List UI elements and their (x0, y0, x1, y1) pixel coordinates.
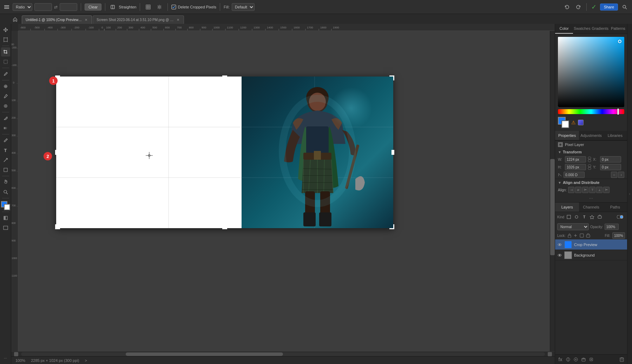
lock-position-icon[interactable] (568, 233, 571, 238)
crop-handle-rc[interactable] (391, 150, 394, 155)
layer-eye-crop[interactable] (557, 242, 562, 247)
search-icon[interactable] (620, 2, 629, 12)
align-center-v-btn[interactable]: ⊥ (596, 187, 603, 193)
align-right-btn[interactable]: ⊢ (582, 187, 588, 193)
tool-artboard[interactable] (1, 35, 10, 44)
tool-quick-mask[interactable] (1, 213, 10, 223)
color-spectrum-container[interactable] (558, 37, 624, 114)
add-mask-btn[interactable] (565, 356, 571, 363)
gamut-warning-icon[interactable]: ⚠ (571, 120, 576, 125)
blend-mode-select[interactable]: Normal (557, 223, 589, 230)
tool-eyedropper[interactable] (1, 70, 10, 79)
new-layer-btn[interactable] (588, 356, 594, 363)
layer-background[interactable]: Background (555, 250, 627, 260)
background-swatch[interactable] (561, 120, 569, 128)
crop-handle-tr[interactable] (389, 75, 394, 80)
flip-v-btn[interactable]: ↕ (618, 172, 624, 178)
color-mode-icon[interactable] (578, 120, 584, 125)
scroll-right-btn[interactable] (548, 352, 552, 356)
undo-icon[interactable] (562, 2, 572, 12)
w-input[interactable] (565, 156, 586, 163)
layer-eye-bg[interactable] (557, 253, 562, 258)
share-button[interactable]: Share (600, 4, 618, 11)
tool-screen-mode[interactable] (1, 223, 10, 232)
tab-swatches[interactable]: Swatches (573, 24, 591, 34)
layers-tab-paths[interactable]: Paths (603, 203, 627, 212)
tool-eraser[interactable] (1, 114, 10, 123)
delete-cropped-checkbox[interactable]: Delete Cropped Pixels (171, 5, 216, 9)
filter-smart-btn[interactable] (597, 214, 603, 220)
canvas-main[interactable]: 1 2 (18, 31, 555, 351)
tool-zoom[interactable] (1, 187, 10, 197)
layer-crop-preview[interactable]: Crop Preview (555, 239, 627, 250)
fg-bg-swatch-container[interactable] (558, 117, 569, 128)
crop-handle-lc[interactable] (55, 150, 58, 155)
color-hue-slider[interactable] (558, 109, 624, 114)
scrollbar-thumb-h[interactable] (126, 352, 283, 356)
lock-artboard-icon[interactable] (573, 233, 578, 238)
home-icon[interactable] (11, 15, 20, 24)
add-adjustment-btn[interactable] (573, 356, 579, 363)
tool-brush[interactable] (1, 92, 10, 101)
tool-select[interactable] (1, 57, 10, 66)
tool-clone[interactable] (1, 101, 10, 111)
redo-icon[interactable] (574, 2, 583, 12)
scrollbar-horizontal[interactable] (21, 352, 545, 356)
right-panel-collapse[interactable]: › (627, 24, 632, 364)
lock-all-icon[interactable] (586, 233, 590, 238)
tool-more[interactable]: ··· (1, 353, 10, 363)
align-more[interactable]: ··· (555, 194, 627, 202)
color-spectrum[interactable] (558, 37, 624, 107)
tab-gradients[interactable]: Gradients (591, 24, 609, 34)
tool-type[interactable]: T (1, 146, 10, 155)
layers-tab-channels[interactable]: Channels (579, 203, 603, 212)
align-left-btn[interactable]: ⊣ (568, 187, 574, 193)
flip-h-btn[interactable]: ↔ (611, 172, 617, 178)
filter-type-btn[interactable]: T (581, 214, 587, 220)
toggle-filter-btn[interactable] (615, 214, 625, 220)
tool-gradient[interactable] (1, 124, 10, 133)
swap-icon[interactable]: ⇄ (54, 5, 58, 9)
tool-shapes[interactable] (1, 165, 10, 174)
crop-handle-bl[interactable] (55, 224, 60, 229)
tab-untitled-close[interactable]: ✕ (84, 18, 88, 22)
x-input[interactable] (600, 156, 621, 163)
settings-icon[interactable] (155, 2, 164, 12)
new-group-btn[interactable] (580, 356, 587, 363)
tab-untitled[interactable]: Untitled-1 @ 100% (Crop Preview, RGB/8) … (22, 15, 92, 24)
status-arrow[interactable]: > (85, 358, 87, 363)
tool-path-select[interactable] (1, 155, 10, 165)
fill-select[interactable]: Default (232, 3, 255, 11)
tab-color[interactable]: Color (555, 24, 573, 34)
crop-handle-br[interactable] (389, 224, 394, 229)
filter-adjustment-btn[interactable] (573, 214, 580, 220)
angle-input[interactable] (564, 172, 585, 178)
h-input[interactable] (565, 164, 586, 170)
straighten-icon[interactable] (109, 2, 117, 12)
tab-adjustments[interactable]: Adjustments (579, 131, 603, 140)
height-input[interactable] (60, 3, 77, 11)
tab-screenshot-close[interactable]: ✕ (176, 18, 180, 22)
tab-properties[interactable]: Properties (555, 131, 579, 140)
filter-pixel-btn[interactable] (566, 214, 572, 220)
tab-screenshot[interactable]: Screen Shot 2023-06-14 at 3.51.10 PM.png… (93, 15, 184, 24)
tool-options-icon[interactable] (3, 3, 11, 11)
commit-button[interactable]: ✓ (590, 3, 598, 11)
add-layer-style-btn[interactable]: fx (557, 356, 564, 363)
tool-crop[interactable] (1, 47, 10, 57)
crop-handle-tc[interactable] (222, 75, 227, 78)
align-center-h-btn[interactable]: ⊬ (575, 187, 581, 193)
scrollbar-vertical[interactable] (550, 31, 555, 351)
color-swatches[interactable] (1, 201, 10, 210)
delete-layer-btn[interactable] (619, 356, 625, 363)
clear-button[interactable]: Clear (85, 4, 101, 11)
opacity-input[interactable] (605, 224, 619, 230)
tool-pen[interactable] (1, 136, 10, 145)
tool-move[interactable] (1, 25, 10, 34)
tab-libraries[interactable]: Libraries (603, 131, 627, 140)
lock-pixel-icon[interactable] (580, 233, 584, 238)
width-input[interactable] (34, 3, 52, 11)
scroll-left-btn[interactable] (14, 352, 18, 356)
fill-input[interactable] (612, 232, 625, 239)
scrollbar-thumb-v[interactable] (550, 159, 555, 255)
